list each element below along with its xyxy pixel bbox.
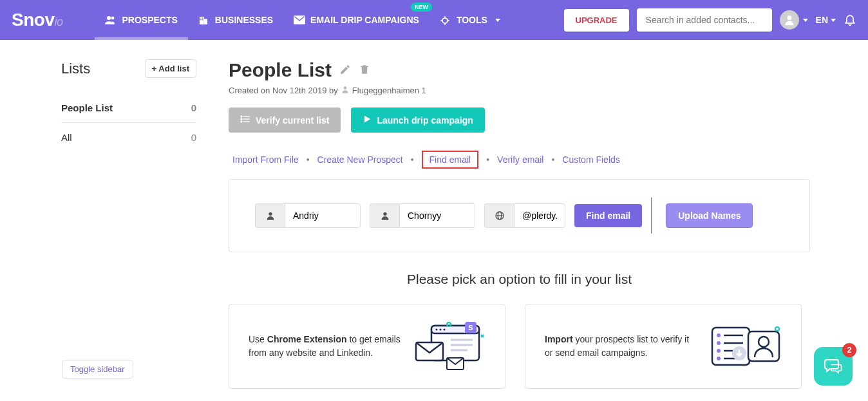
tab-find-email[interactable]: Find email [422,151,479,169]
envelope-icon [294,15,305,24]
target-icon [440,15,451,24]
person-icon [370,203,399,228]
person-icon [255,203,285,228]
title-row: People List [229,59,810,81]
button-label: Verify current list [256,115,329,126]
separator: • [410,154,415,165]
svg-point-23 [383,212,386,216]
card-import[interactable]: Import your prospects list to verify it … [525,304,802,389]
svg-rect-3 [204,19,207,24]
sidebar-item-people-list[interactable]: People List 0 [61,93,196,123]
svg-point-37 [447,322,451,326]
svg-point-47 [717,357,721,360]
svg-point-21 [241,121,242,122]
svg-point-22 [269,212,272,216]
edit-icon[interactable] [339,64,351,77]
browser-envelope-illustration: S [415,321,486,372]
sidebar-title: Lists [61,61,90,77]
upload-names-button[interactable]: Upload Names [666,203,753,228]
svg-point-29 [436,329,438,331]
search-input[interactable] [637,8,772,32]
svg-point-31 [444,329,446,331]
meta-prefix: Created on Nov 12th 2019 by [229,86,338,95]
nav-label: TOOLS [457,15,487,25]
list-count: 0 [191,102,196,113]
nav-businesses[interactable]: BUSINESSES [188,0,283,40]
header-right: UPGRADE EN [564,8,856,32]
toggle-sidebar-button[interactable]: Toggle sidebar [62,360,133,378]
import-list-illustration [711,321,782,372]
svg-rect-7 [202,19,203,20]
last-name-input[interactable] [399,203,475,228]
svg-rect-2 [200,17,204,24]
svg-point-52 [775,327,779,331]
list-name: People List [61,102,113,113]
svg-point-20 [241,118,242,120]
page-title: People List [229,59,332,81]
svg-point-41 [717,333,721,337]
tab-verify-email[interactable]: Verify email [497,154,543,165]
svg-text:S: S [468,324,473,331]
sidebar-item-all[interactable]: All 0 [61,123,196,152]
upgrade-button[interactable]: UPGRADE [564,9,629,32]
last-name-group [370,203,475,228]
nav-label: PROSPECTS [122,15,177,25]
card-chrome-extension[interactable]: Use Chrome Extension to get emails from … [229,304,505,389]
meta-row: Created on Nov 12th 2019 by Flugeggenhai… [229,85,810,96]
people-icon [105,15,117,24]
separator: • [550,154,556,165]
separator: • [305,154,311,165]
first-name-input[interactable] [285,203,361,228]
action-row: Verify current list Launch drip campaign [229,107,810,133]
lang-label: EN [816,15,828,25]
nav-label: BUSINESSES [215,15,273,25]
user-icon [341,85,350,96]
chat-badge: 2 [842,343,856,357]
notifications-icon[interactable] [844,13,856,28]
nav-tools[interactable]: TOOLS [429,0,511,40]
tab-custom-fields[interactable]: Custom Fields [562,154,619,165]
nav-prospects[interactable]: PROSPECTS [95,0,187,40]
tab-row: Import From File • Create New Prospect •… [229,151,810,169]
list-count: 0 [191,132,196,143]
divider [651,198,652,234]
language-switcher[interactable]: EN [816,15,836,25]
text-bold: Import [545,334,573,344]
svg-point-19 [241,116,242,117]
main-nav: PROSPECTS BUSINESSES EMAIL DRIP CAMPAIGN… [95,0,563,40]
button-label: Launch drip campaign [377,115,473,126]
body: Lists + Add list People List 0 All 0 Peo… [0,40,868,401]
find-email-button[interactable]: Find email [574,204,642,227]
avatar-menu[interactable] [780,10,808,30]
nav-label: EMAIL DRIP CAMPAIGNS [310,15,419,25]
prompt-heading: Please pick an option to fill in your li… [229,272,810,287]
tab-import-file[interactable]: Import From File [232,154,299,165]
svg-rect-4 [200,17,201,18]
option-cards: Use Chrome Extension to get emails from … [229,304,810,401]
chevron-down-icon [495,19,500,22]
trash-icon[interactable] [359,64,370,77]
svg-point-30 [440,329,442,331]
chevron-down-icon [803,19,808,22]
tab-create-prospect[interactable]: Create New Prospect [317,154,403,165]
add-list-button[interactable]: + Add list [145,59,196,78]
list-name: All [61,132,72,143]
logo-text: Snov [12,10,54,30]
nav-campaigns[interactable]: EMAIL DRIP CAMPAIGNS NEW [283,0,429,40]
play-icon [363,115,372,126]
svg-rect-6 [200,19,201,20]
text-pre: Use [249,334,267,344]
card-text: Use Chrome Extension to get emails from … [249,333,402,360]
verify-list-button[interactable]: Verify current list [229,107,341,133]
first-name-group [255,203,361,228]
svg-point-9 [442,18,448,23]
domain-input[interactable] [514,203,565,228]
main-content: People List Created on Nov 12th 2019 by … [229,59,810,401]
svg-point-45 [717,349,721,353]
launch-campaign-button[interactable]: Launch drip campaign [351,107,484,133]
avatar [780,10,799,30]
chevron-down-icon [831,19,836,22]
sidebar: Lists + Add list People List 0 All 0 [61,59,196,401]
logo[interactable]: Snovio [12,10,62,30]
chat-fab[interactable]: 2 [814,347,853,386]
